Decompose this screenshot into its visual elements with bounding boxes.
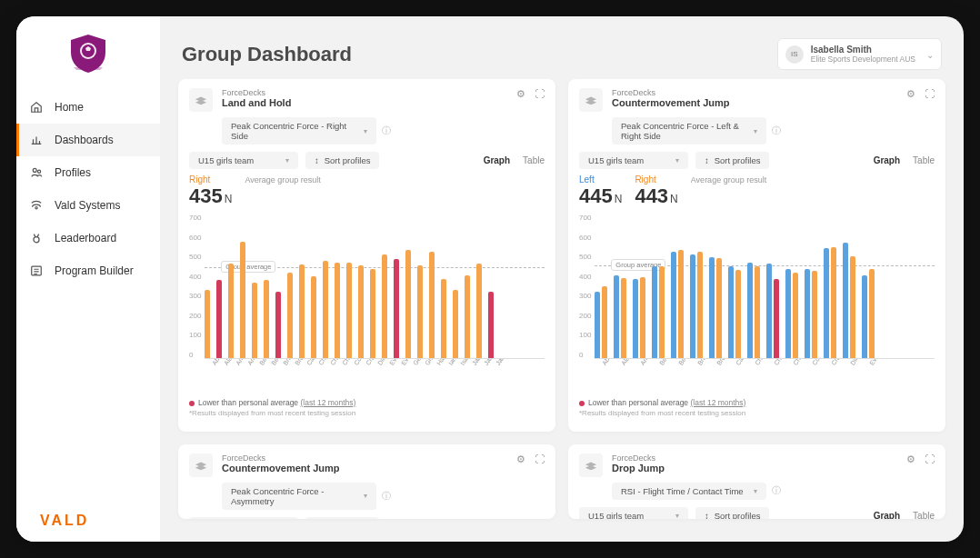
user-menu[interactable]: IS Isabella SmithElite Sports Developmen…	[777, 38, 942, 70]
card-cmj-asym: ForceDecks Countermovement Jump ⚙⛶ Peak …	[178, 444, 555, 519]
chevron-down-icon: ▾	[285, 156, 289, 164]
view-toggle: Graph Table	[484, 155, 545, 165]
metric-select[interactable]: Peak Concentric Force - Right Side▾	[222, 117, 376, 144]
sort-button[interactable]: ↕Sort profiles	[305, 517, 379, 519]
low-dot-icon	[189, 401, 195, 406]
metric-select[interactable]: RSI - Flight Time / Contact Time▾	[612, 483, 766, 500]
page-title: Group Dashboard	[182, 43, 352, 66]
chevron-down-icon: ▾	[364, 492, 367, 500]
nav-program[interactable]: Program Builder	[16, 254, 160, 287]
info-icon[interactable]: ⓘ	[772, 484, 781, 497]
graph-tab[interactable]: Graph	[484, 155, 510, 165]
chevron-down-icon: ▾	[754, 127, 757, 135]
card-title: Countermovement Jump	[612, 97, 897, 108]
nav-label: Program Builder	[55, 264, 134, 277]
metric-select[interactable]: Peak Concentric Force - Asymmetry▾	[222, 483, 376, 510]
nav-leaderboard[interactable]: Leaderboard	[16, 222, 160, 254]
nav-systems[interactable]: Vald Systems	[16, 189, 160, 222]
gear-icon[interactable]: ⚙	[906, 453, 915, 465]
card-cmj: ForceDecks Countermovement Jump ⚙ ⛶ Peak…	[568, 79, 945, 432]
device-icon	[29, 198, 44, 213]
info-icon[interactable]: ⓘ	[772, 125, 781, 137]
card-subtitle: ForceDecks	[222, 453, 507, 463]
gear-icon[interactable]: ⚙	[516, 88, 525, 100]
card-subtitle: ForceDecks	[612, 453, 897, 463]
nav-home[interactable]: Home	[16, 91, 160, 124]
list-icon	[29, 264, 44, 278]
chevron-down-icon: ▾	[364, 127, 367, 135]
forcedecks-icon	[189, 88, 213, 112]
graph-tab[interactable]: Graph	[874, 511, 900, 519]
sort-button[interactable]: ↕Sort profiles	[695, 152, 769, 169]
home-icon	[29, 100, 44, 115]
avg-label: Average group result	[245, 175, 320, 184]
nav-label: Leaderboard	[55, 232, 116, 244]
metric-left: Left 445N	[579, 174, 622, 208]
expand-icon[interactable]: ⛶	[925, 88, 935, 100]
metric-right: Right 435N	[189, 174, 232, 208]
footnote-link[interactable]: (last 12 months)	[300, 398, 355, 407]
svg-point-2	[37, 170, 40, 173]
avg-label: Average group result	[691, 175, 766, 184]
expand-icon[interactable]: ⛶	[925, 453, 935, 465]
gear-icon[interactable]: ⚙	[906, 88, 915, 100]
chevron-down-icon: ⌄	[926, 49, 934, 59]
metric-select[interactable]: Peak Concentric Force - Left & Right Sid…	[612, 117, 766, 144]
user-org: Elite Sports Development AUS	[811, 55, 915, 64]
svg-point-4	[34, 237, 39, 243]
card-title: Countermovement Jump	[222, 463, 507, 473]
table-tab[interactable]: Table	[913, 511, 935, 519]
main: Group Dashboard IS Isabella SmithElite S…	[160, 16, 964, 542]
metric-right: Right 443N	[635, 174, 677, 208]
nav-dashboards[interactable]: Dashboards	[16, 124, 160, 156]
chevron-down-icon: ▾	[675, 156, 679, 164]
card-land-hold: ForceDecks Land and Hold ⚙ ⛶ Peak Concen…	[178, 79, 555, 432]
footnote-link[interactable]: (last 12 months)	[690, 398, 745, 407]
card-title: Land and Hold	[222, 97, 507, 108]
app-window: Home Dashboards Profiles Vald Systems Le…	[16, 16, 964, 542]
card-footnote: Lower than personal average (last 12 mon…	[189, 398, 545, 417]
team-select[interactable]: U15 girls team▾	[189, 517, 298, 519]
brand-logo	[16, 33, 160, 75]
info-icon[interactable]: ⓘ	[382, 125, 391, 137]
graph-tab[interactable]: Graph	[874, 155, 900, 165]
team-select[interactable]: U15 girls team▾	[189, 152, 298, 169]
team-select[interactable]: U15 girls team▾	[579, 507, 688, 519]
table-tab[interactable]: Table	[913, 155, 935, 165]
nav-list: Home Dashboards Profiles Vald Systems Le…	[16, 91, 160, 287]
avatar: IS	[785, 45, 804, 64]
sort-button[interactable]: ↕Sort profiles	[305, 152, 379, 169]
sort-icon: ↕	[315, 155, 319, 165]
svg-point-1	[33, 168, 36, 172]
team-select[interactable]: U15 girls team▾	[579, 152, 688, 169]
nav-profiles[interactable]: Profiles	[16, 156, 160, 189]
sidebar: Home Dashboards Profiles Vald Systems Le…	[16, 16, 160, 542]
nav-label: Home	[55, 101, 84, 114]
card-drop-jump: ForceDecks Drop Jump ⚙⛶ RSI - Flight Tim…	[568, 444, 945, 519]
nav-label: Vald Systems	[55, 199, 120, 212]
card-title: Drop Jump	[612, 463, 897, 473]
svg-point-3	[35, 206, 37, 208]
gear-icon[interactable]: ⚙	[516, 453, 525, 465]
view-toggle: Graph Table	[874, 155, 935, 165]
expand-icon[interactable]: ⛶	[535, 453, 545, 465]
chevron-down-icon: ▾	[754, 487, 757, 495]
brand-wordmark: VALD	[40, 513, 89, 529]
forcedecks-icon	[189, 453, 213, 477]
table-tab[interactable]: Table	[523, 155, 545, 165]
low-dot-icon	[579, 401, 585, 406]
chart-icon	[29, 133, 44, 147]
expand-icon[interactable]: ⛶	[535, 88, 545, 100]
topbar: Group Dashboard IS Isabella SmithElite S…	[160, 16, 964, 79]
sort-button[interactable]: ↕Sort profiles	[695, 507, 769, 519]
medal-icon	[29, 231, 44, 245]
forcedecks-icon	[579, 88, 603, 112]
nav-label: Profiles	[55, 166, 91, 179]
info-icon[interactable]: ⓘ	[382, 490, 391, 503]
chart-1: 7006005004003002001000 Group average	[189, 214, 545, 359]
dashboard-grid: ForceDecks Land and Hold ⚙ ⛶ Peak Concen…	[160, 79, 964, 542]
chart-2: 7006005004003002001000 Group average	[579, 214, 935, 359]
nav-label: Dashboards	[55, 134, 114, 146]
user-name: Isabella Smith	[811, 45, 915, 55]
chevron-down-icon: ▾	[675, 512, 679, 519]
